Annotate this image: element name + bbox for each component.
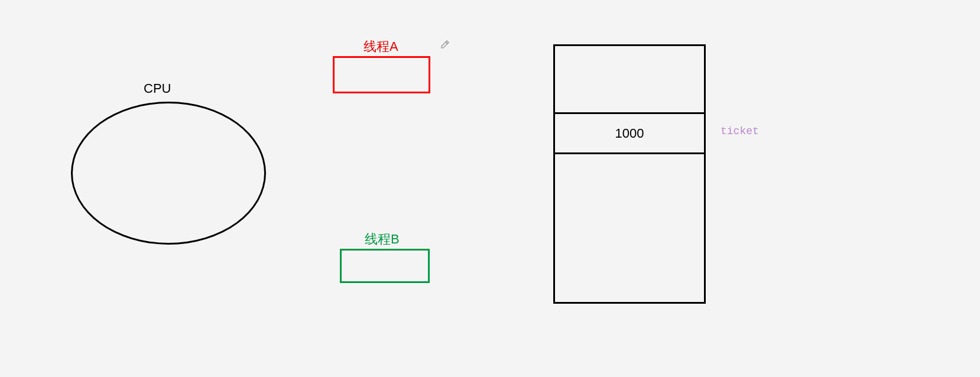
memory-cell: 1000 [555, 114, 704, 154]
cpu-label: CPU [144, 81, 171, 96]
thread-b-box [340, 249, 430, 283]
memory-cell [555, 154, 704, 302]
cpu-ellipse [71, 102, 266, 245]
memory-stack: 1000 [553, 44, 706, 304]
memory-cell [555, 46, 704, 114]
ticket-variable-label: ticket [721, 125, 759, 137]
thread-a-label: 线程A [364, 38, 398, 56]
svg-line-0 [446, 42, 447, 44]
thread-a-box [333, 56, 430, 93]
pencil-icon [440, 40, 451, 50]
thread-b-label: 线程B [365, 230, 400, 248]
